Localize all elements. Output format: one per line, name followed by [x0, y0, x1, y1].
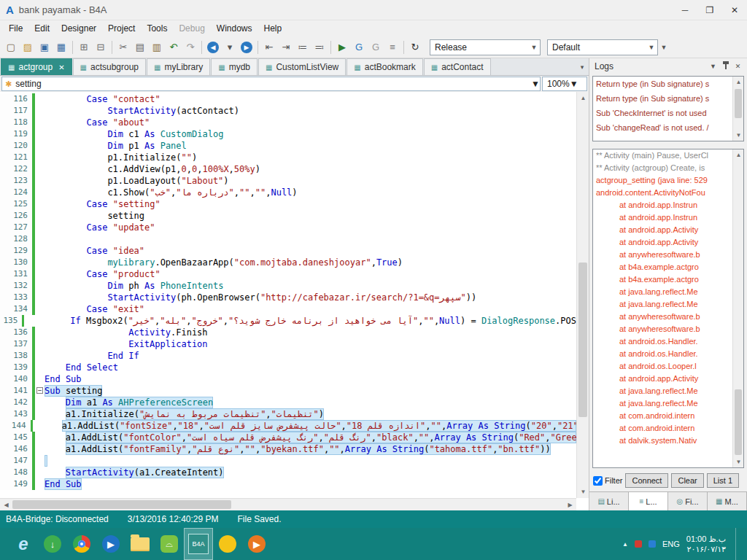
- log-scrollbar[interactable]: ▲ ▼: [732, 149, 743, 467]
- menu-help[interactable]: Help: [258, 22, 288, 35]
- log-item[interactable]: at android.app.Activity: [593, 373, 732, 385]
- close-panel-icon[interactable]: ✕: [732, 61, 744, 72]
- tray-app-icon[interactable]: [635, 540, 642, 548]
- filter-checkbox[interactable]: [593, 476, 603, 486]
- open-file-icon[interactable]: ▨: [20, 39, 36, 55]
- log-item[interactable]: actgroup_setting (java line: 529: [593, 174, 732, 187]
- menu-project[interactable]: Project: [102, 22, 141, 35]
- breakpoints-icon[interactable]: ≡: [384, 39, 400, 55]
- warnings-scrollbar[interactable]: ▲ ▼: [732, 77, 743, 141]
- log-item[interactable]: at android.app.Activity: [593, 224, 732, 236]
- log-item[interactable]: at java.lang.reflect.Me: [593, 298, 732, 311]
- log-item[interactable]: android.content.ActivityNotFou: [593, 187, 732, 199]
- cut-icon[interactable]: ✂: [115, 39, 131, 55]
- scroll-down-icon[interactable]: ▼: [733, 456, 744, 467]
- scroll-right-icon[interactable]: ▶: [564, 499, 576, 510]
- tab-actgroup[interactable]: ▦actgroup✕: [1, 58, 72, 75]
- layouts-icon[interactable]: ⊟: [93, 39, 109, 55]
- show-desktop-button[interactable]: [735, 528, 740, 560]
- maximize-button[interactable]: ❐: [697, 0, 722, 20]
- panel-tab-Fi[interactable]: ◎Fi...: [668, 492, 708, 510]
- scroll-down-icon[interactable]: ▼: [577, 486, 589, 498]
- yellow-app-icon[interactable]: [213, 528, 242, 560]
- tab-actContact[interactable]: ▦actContact: [424, 58, 491, 75]
- menu-edit[interactable]: Edit: [28, 22, 55, 35]
- warning-item[interactable]: Return type (in Sub signature) s: [593, 91, 732, 106]
- download-manager-icon[interactable]: ↓: [38, 528, 67, 560]
- pin-icon[interactable]: [719, 61, 732, 72]
- scrollbar-thumb[interactable]: [735, 389, 742, 455]
- back-menu-icon[interactable]: ▾: [222, 39, 238, 55]
- clear-button[interactable]: Clear: [671, 473, 703, 488]
- log-item[interactable]: at java.lang.reflect.Me: [593, 397, 732, 410]
- panel-tab-M[interactable]: ▦M...: [708, 492, 747, 510]
- scroll-left-icon[interactable]: ◀: [0, 499, 12, 510]
- toolbar-overflow-button[interactable]: ▼: [659, 39, 669, 55]
- panel-tab-L[interactable]: ≡L...: [629, 492, 668, 510]
- editor-vertical-scrollbar[interactable]: ▲ ▼: [576, 92, 589, 498]
- list-1-button[interactable]: List 1: [707, 473, 739, 488]
- scrollbar-thumb[interactable]: [735, 89, 742, 118]
- paste-icon[interactable]: ▥: [149, 39, 165, 55]
- run-icon[interactable]: ▶: [334, 39, 350, 55]
- scroll-up-icon[interactable]: ▲: [577, 92, 589, 104]
- log-item[interactable]: at b4a.example.actgro: [593, 273, 732, 286]
- log-item[interactable]: at android.os.Looper.l: [593, 360, 732, 373]
- log-item[interactable]: at b4a.example.actgro: [593, 261, 732, 273]
- log-item[interactable]: ** Activity (main) Pause, UserCl: [593, 149, 732, 162]
- comment-icon[interactable]: ≔: [295, 39, 311, 55]
- scroll-down-icon[interactable]: ▼: [733, 130, 744, 141]
- menu-windows[interactable]: Windows: [211, 22, 258, 35]
- outdent-icon[interactable]: ⇤: [261, 39, 277, 55]
- log-item[interactable]: ** Activity (actgroup) Create, is: [593, 162, 732, 174]
- log-item[interactable]: at dalvik.system.Nativ: [593, 435, 732, 447]
- collapse-icon[interactable]: −: [36, 387, 43, 394]
- uncomment-icon[interactable]: ≕: [311, 39, 328, 55]
- log-item[interactable]: at android.app.Instrun: [593, 199, 732, 211]
- zoom-selector[interactable]: 100% ▼: [542, 77, 587, 91]
- log-events-list[interactable]: ** Activity (main) Pause, UserCl** Activ…: [592, 149, 744, 468]
- tab-myLibrary[interactable]: ▦myLibrary: [147, 58, 210, 75]
- tab-mydb[interactable]: ▦mydb: [211, 58, 258, 75]
- menu-tools[interactable]: Tools: [141, 22, 173, 35]
- log-item[interactable]: at anywheresoftware.b: [593, 249, 732, 261]
- indent-icon[interactable]: ⇥: [278, 39, 294, 55]
- refresh-icon[interactable]: ↻: [407, 39, 423, 55]
- log-item[interactable]: at android.app.Activity: [593, 236, 732, 249]
- video-player-icon[interactable]: ▶: [242, 528, 271, 560]
- scrollbar-thumb[interactable]: [578, 262, 587, 417]
- save-icon[interactable]: ▣: [36, 39, 53, 55]
- log-item[interactable]: at android.app.Instrun: [593, 211, 732, 224]
- compile-debug-icon[interactable]: G: [368, 39, 384, 55]
- connect-button[interactable]: Connect: [625, 473, 668, 488]
- designer-icon[interactable]: ⊞: [76, 39, 92, 55]
- b4a-app-icon[interactable]: B4A: [184, 528, 213, 560]
- forward-icon[interactable]: ▶: [239, 39, 255, 55]
- log-item[interactable]: at android.os.Handler.: [593, 335, 732, 348]
- panel-menu-chevron-icon[interactable]: ▼: [707, 61, 719, 72]
- android-emulator-icon[interactable]: ⌓: [155, 528, 184, 560]
- tab-CustomListView[interactable]: ▦CustomListView: [258, 58, 346, 75]
- module-selector[interactable]: ✱ setting ▼: [1, 77, 541, 91]
- ie-browser-icon[interactable]: e: [9, 528, 38, 560]
- undo-icon[interactable]: ↶: [166, 39, 182, 55]
- scrollbar-thumb[interactable]: [12, 500, 231, 509]
- warning-item[interactable]: Sub 'CheckInternet' is not used: [593, 106, 732, 120]
- log-item[interactable]: at java.lang.reflect.Me: [593, 286, 732, 298]
- language-indicator[interactable]: ENG: [662, 540, 680, 548]
- close-button[interactable]: ✕: [722, 0, 747, 20]
- filter-checkbox-label[interactable]: Filter: [593, 476, 622, 486]
- tray-app-icon[interactable]: [649, 540, 656, 548]
- log-item[interactable]: at java.lang.reflect.Me: [593, 385, 732, 397]
- new-file-icon[interactable]: ▢: [3, 39, 19, 55]
- close-tab-icon[interactable]: ✕: [58, 63, 64, 71]
- configuration-dropdown[interactable]: Default ▼: [547, 39, 658, 55]
- log-item[interactable]: at anywheresoftware.b: [593, 311, 732, 323]
- scroll-up-icon[interactable]: ▲: [733, 149, 744, 160]
- menu-designer[interactable]: Designer: [55, 22, 102, 35]
- warnings-list[interactable]: Return type (in Sub signature) sReturn t…: [592, 76, 744, 141]
- redo-icon[interactable]: ↷: [182, 39, 198, 55]
- code-editor[interactable]: 116Case "contact"117StartActivity(actCon…: [0, 92, 589, 510]
- log-item[interactable]: at anywheresoftware.b: [593, 323, 732, 335]
- warning-item[interactable]: Return type (in Sub signature) s: [593, 77, 732, 91]
